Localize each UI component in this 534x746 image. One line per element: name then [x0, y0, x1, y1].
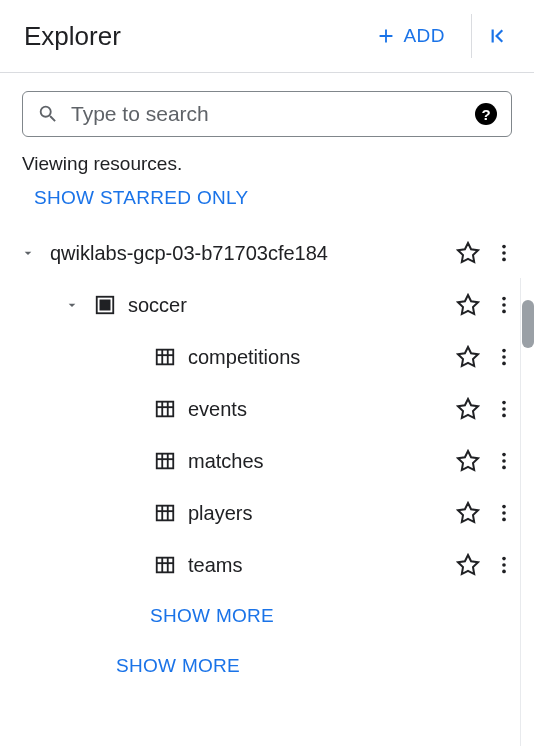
more-actions-button[interactable]: [492, 242, 516, 264]
table-icon: [154, 346, 176, 368]
svg-rect-22: [157, 454, 174, 469]
table-node[interactable]: competitions: [18, 331, 516, 383]
table-node[interactable]: teams: [18, 539, 516, 591]
more-vert-icon: [493, 398, 515, 420]
svg-point-41: [502, 563, 506, 567]
explorer-header: Explorer ADD: [0, 0, 534, 73]
star-toggle[interactable]: [456, 345, 480, 369]
chevron-down-icon: [20, 245, 36, 261]
table-label: events: [188, 398, 444, 421]
star-outline-icon: [456, 449, 480, 473]
header-actions: ADD: [363, 14, 514, 58]
table-icon: [154, 450, 176, 472]
star-outline-icon: [456, 293, 480, 317]
svg-point-2: [502, 258, 506, 262]
table-icon: [154, 398, 176, 420]
svg-point-33: [502, 505, 506, 509]
star-toggle[interactable]: [456, 397, 480, 421]
show-starred-only-link[interactable]: SHOW STARRED ONLY: [0, 183, 534, 227]
svg-point-40: [502, 557, 506, 561]
chevron-down-icon: [64, 297, 80, 313]
more-vert-icon: [493, 242, 515, 264]
svg-point-27: [502, 459, 506, 463]
svg-rect-15: [157, 402, 174, 417]
collapse-left-icon: [484, 23, 510, 49]
more-vert-icon: [493, 294, 515, 316]
more-actions-button[interactable]: [492, 450, 516, 472]
search-icon: [37, 103, 59, 125]
help-icon[interactable]: ?: [475, 103, 497, 125]
star-toggle[interactable]: [456, 241, 480, 265]
star-toggle[interactable]: [456, 293, 480, 317]
table-node[interactable]: players: [18, 487, 516, 539]
plus-icon: [375, 25, 397, 47]
star-outline-icon: [456, 397, 480, 421]
svg-point-21: [502, 414, 506, 418]
more-vert-icon: [493, 554, 515, 576]
search-container: ?: [0, 73, 534, 149]
svg-point-0: [502, 245, 506, 249]
dataset-label: soccer: [128, 294, 444, 317]
table-label: competitions: [188, 346, 444, 369]
add-button[interactable]: ADD: [363, 19, 457, 53]
star-toggle[interactable]: [456, 553, 480, 577]
table-icon: [154, 502, 176, 524]
svg-point-26: [502, 453, 506, 457]
table-icon: [154, 554, 176, 576]
page-title: Explorer: [24, 21, 121, 52]
expand-toggle[interactable]: [18, 245, 38, 261]
svg-point-14: [502, 362, 506, 366]
scrollbar-thumb[interactable]: [522, 300, 534, 348]
svg-point-42: [502, 570, 506, 574]
table-label: teams: [188, 554, 444, 577]
more-actions-button[interactable]: [492, 554, 516, 576]
project-node[interactable]: qwiklabs-gcp-03-b71703cfe184: [18, 227, 516, 279]
more-vert-icon: [493, 346, 515, 368]
svg-point-13: [502, 355, 506, 359]
star-outline-icon: [456, 501, 480, 525]
svg-rect-36: [157, 558, 174, 573]
svg-point-6: [502, 303, 506, 307]
star-toggle[interactable]: [456, 449, 480, 473]
svg-point-12: [502, 349, 506, 353]
project-label: qwiklabs-gcp-03-b71703cfe184: [50, 242, 444, 265]
divider: [471, 14, 472, 58]
star-outline-icon: [456, 241, 480, 265]
status-text: Viewing resources.: [0, 149, 534, 183]
resource-tree: qwiklabs-gcp-03-b71703cfe184 soccer comp…: [0, 227, 534, 691]
svg-point-7: [502, 310, 506, 314]
table-label: players: [188, 502, 444, 525]
expand-toggle[interactable]: [62, 297, 82, 313]
svg-point-19: [502, 401, 506, 405]
svg-rect-29: [157, 506, 174, 521]
more-actions-button[interactable]: [492, 294, 516, 316]
more-vert-icon: [493, 450, 515, 472]
svg-point-34: [502, 511, 506, 515]
svg-point-5: [502, 297, 506, 301]
svg-rect-8: [157, 350, 174, 365]
table-label: matches: [188, 450, 444, 473]
show-more-datasets-link[interactable]: SHOW MORE: [116, 641, 516, 691]
star-outline-icon: [456, 553, 480, 577]
more-vert-icon: [493, 502, 515, 524]
more-actions-button[interactable]: [492, 346, 516, 368]
table-node[interactable]: events: [18, 383, 516, 435]
add-button-label: ADD: [403, 25, 445, 47]
svg-point-20: [502, 407, 506, 411]
more-actions-button[interactable]: [492, 398, 516, 420]
collapse-panel-button[interactable]: [480, 17, 514, 55]
star-toggle[interactable]: [456, 501, 480, 525]
dataset-node[interactable]: soccer: [18, 279, 516, 331]
svg-point-28: [502, 466, 506, 470]
svg-point-35: [502, 518, 506, 522]
show-more-tables-link[interactable]: SHOW MORE: [150, 591, 516, 641]
star-outline-icon: [456, 345, 480, 369]
search-input[interactable]: [71, 102, 463, 126]
svg-point-1: [502, 251, 506, 255]
table-node[interactable]: matches: [18, 435, 516, 487]
scroll-track: [520, 278, 521, 746]
search-box[interactable]: ?: [22, 91, 512, 137]
more-actions-button[interactable]: [492, 502, 516, 524]
svg-rect-4: [100, 300, 109, 309]
dataset-icon: [94, 294, 116, 316]
